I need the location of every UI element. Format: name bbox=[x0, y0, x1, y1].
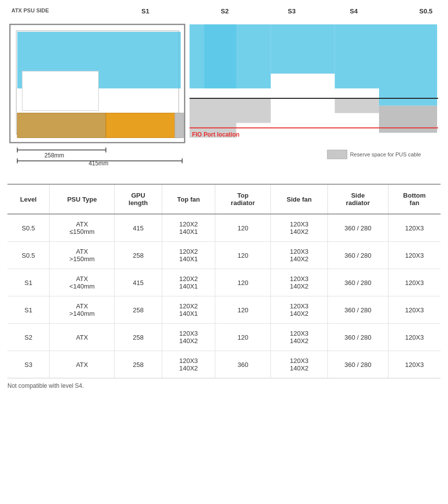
diagram-section: ATX PSU SIDE S1 S2 S3 S4 S0.5 258mm 415m… bbox=[7, 5, 441, 174]
table-cell-2-7: 120X3 bbox=[388, 269, 441, 296]
table-cell-2-2: 415 bbox=[115, 269, 162, 296]
table-section: Level PSU Type GPUlength Top fan Topradi… bbox=[7, 184, 441, 389]
table-cell-5-2: 258 bbox=[115, 351, 162, 378]
diagram-svg: 258mm 415mm FIO Port location Res bbox=[7, 19, 441, 168]
table-row: S1ATX<140mm415120X2140X1120120X3140X2360… bbox=[7, 269, 441, 296]
svg-rect-19 bbox=[271, 24, 335, 73]
table-cell-1-2: 258 bbox=[115, 242, 162, 269]
table-cell-0-0: S0.5 bbox=[7, 214, 50, 242]
table-cell-3-4: 120 bbox=[215, 296, 271, 324]
table-cell-2-3: 120X2140X1 bbox=[162, 269, 215, 296]
table-cell-1-3: 120X2140X1 bbox=[162, 242, 215, 269]
col-header-gpu-length: GPUlength bbox=[115, 184, 162, 214]
svg-text:FIO Port location: FIO Port location bbox=[192, 131, 240, 138]
table-cell-4-6: 360 / 280 bbox=[328, 324, 388, 351]
svg-text:258mm: 258mm bbox=[44, 152, 64, 159]
table-cell-3-5: 120X3140X2 bbox=[270, 296, 327, 324]
svg-text:415mm: 415mm bbox=[89, 160, 109, 167]
table-cell-4-1: ATX bbox=[50, 324, 115, 351]
table-cell-0-4: 120 bbox=[215, 214, 271, 242]
table-cell-3-0: S1 bbox=[7, 296, 50, 324]
svg-rect-3 bbox=[22, 71, 99, 110]
table-cell-4-7: 120X3 bbox=[388, 324, 441, 351]
table-cell-1-0: S0.5 bbox=[7, 242, 50, 269]
svg-rect-18 bbox=[204, 98, 271, 123]
table-cell-5-5: 120X3140X2 bbox=[270, 351, 327, 378]
table-cell-4-3: 120X3140X2 bbox=[162, 324, 215, 351]
table-cell-1-4: 120 bbox=[215, 242, 271, 269]
col-header-psu-type: PSU Type bbox=[50, 184, 115, 214]
table-row: S3ATX258120X3140X2360120X3140X2360 / 280… bbox=[7, 351, 441, 378]
table-cell-5-6: 360 / 280 bbox=[328, 351, 388, 378]
table-cell-0-1: ATX≤150mm bbox=[50, 214, 115, 242]
svg-rect-17 bbox=[204, 24, 271, 88]
svg-rect-21 bbox=[335, 98, 379, 113]
label-s05: S0.5 bbox=[419, 7, 433, 15]
table-cell-5-1: ATX bbox=[50, 351, 115, 378]
table-cell-4-4: 120 bbox=[215, 324, 271, 351]
table-cell-3-2: 258 bbox=[115, 296, 162, 324]
table-cell-3-3: 120X2140X1 bbox=[162, 296, 215, 324]
table-cell-2-0: S1 bbox=[7, 269, 50, 296]
label-s1: S1 bbox=[141, 7, 149, 15]
svg-rect-23 bbox=[379, 106, 437, 133]
svg-rect-6 bbox=[175, 113, 184, 138]
table-cell-5-7: 120X3 bbox=[388, 351, 441, 378]
table-row: S2ATX258120X3140X2120120X3140X2360 / 280… bbox=[7, 324, 441, 351]
table-header-row: Level PSU Type GPUlength Top fan Topradi… bbox=[7, 184, 441, 214]
table-row: S0.5ATX>150mm258120X2140X1120120X3140X23… bbox=[7, 242, 441, 269]
table-cell-5-0: S3 bbox=[7, 351, 50, 378]
table-cell-2-1: ATX<140mm bbox=[50, 269, 115, 296]
table-note: Not compatible with level S4. bbox=[7, 382, 441, 389]
svg-rect-20 bbox=[335, 24, 379, 88]
col-header-side-radiator: Sideradiator bbox=[328, 184, 388, 214]
table-cell-5-3: 120X3140X2 bbox=[162, 351, 215, 378]
table-cell-1-7: 120X3 bbox=[388, 242, 441, 269]
col-header-bottom-fan: Bottomfan bbox=[388, 184, 441, 214]
table-cell-0-6: 360 / 280 bbox=[328, 214, 388, 242]
col-header-level: Level bbox=[7, 184, 50, 214]
table-cell-2-5: 120X3140X2 bbox=[270, 269, 327, 296]
label-s2: S2 bbox=[221, 7, 229, 15]
table-cell-0-5: 120X3140X2 bbox=[270, 214, 327, 242]
svg-rect-27 bbox=[327, 150, 347, 159]
table-row: S0.5ATX≤150mm415120X2140X1120120X3140X23… bbox=[7, 214, 441, 242]
table-cell-5-4: 360 bbox=[215, 351, 271, 378]
table-cell-0-3: 120X2140X1 bbox=[162, 214, 215, 242]
table-cell-1-5: 120X3140X2 bbox=[270, 242, 327, 269]
table-cell-4-0: S2 bbox=[7, 324, 50, 351]
compatibility-table: Level PSU Type GPUlength Top fan Topradi… bbox=[7, 184, 441, 378]
svg-rect-22 bbox=[379, 24, 437, 106]
svg-rect-5 bbox=[106, 113, 180, 138]
table-cell-3-7: 120X3 bbox=[388, 296, 441, 324]
svg-rect-4 bbox=[17, 113, 106, 138]
label-atx-psu: ATX PSU SIDE bbox=[11, 7, 49, 13]
svg-text:Reserve space for PUS cable: Reserve space for PUS cable bbox=[350, 151, 421, 157]
table-cell-3-6: 360 / 280 bbox=[328, 296, 388, 324]
label-s4: S4 bbox=[350, 7, 358, 15]
table-cell-1-1: ATX>150mm bbox=[50, 242, 115, 269]
col-header-side-fan: Side fan bbox=[270, 184, 327, 214]
table-cell-4-5: 120X3140X2 bbox=[270, 324, 327, 351]
table-row: S1ATX>140mm258120X2140X1120120X3140X2360… bbox=[7, 296, 441, 324]
table-cell-1-6: 360 / 280 bbox=[328, 242, 388, 269]
table-cell-2-4: 120 bbox=[215, 269, 271, 296]
table-cell-2-6: 360 / 280 bbox=[328, 269, 388, 296]
table-cell-3-1: ATX>140mm bbox=[50, 296, 115, 324]
table-cell-4-2: 258 bbox=[115, 324, 162, 351]
col-header-top-radiator: Topradiator bbox=[215, 184, 271, 214]
col-header-top-fan: Top fan bbox=[162, 184, 215, 214]
table-cell-0-7: 120X3 bbox=[388, 214, 441, 242]
table-cell-0-2: 415 bbox=[115, 214, 162, 242]
label-s3: S3 bbox=[288, 7, 296, 15]
